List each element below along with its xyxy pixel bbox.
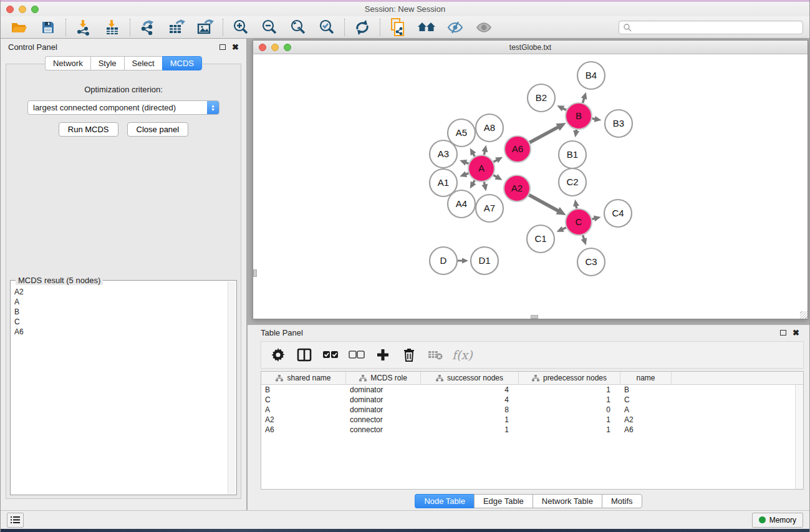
mcds-result-item[interactable]: B [13, 307, 226, 317]
run-mcds-button[interactable]: Run MCDS [59, 122, 118, 137]
zoom-in-button[interactable] [228, 17, 253, 37]
edge-arrowhead [481, 184, 488, 191]
network-canvas[interactable]: AA1A2A3A4A5A6A7A8BB1B2B3B4CC1C2C3C4DD1 [253, 54, 808, 319]
mcds-result-item[interactable]: A [13, 297, 226, 307]
import-table-button[interactable] [100, 17, 125, 37]
tab-network[interactable]: Network [45, 56, 90, 70]
show-task-history-button[interactable] [7, 513, 24, 528]
mcds-result-item[interactable]: A6 [13, 327, 226, 337]
zoom-out-button[interactable] [257, 17, 282, 37]
table-cell[interactable]: 8 [421, 405, 519, 415]
table-cell[interactable]: dominator [346, 395, 421, 405]
hide-panel-button[interactable] [443, 17, 468, 37]
table-row[interactable]: Cdominator41C [261, 395, 803, 405]
mcds-tab-content: Optimization criterion: largest connecte… [6, 64, 241, 499]
table-cell[interactable]: dominator [346, 405, 421, 415]
table-cell[interactable]: A6 [261, 425, 346, 435]
column-header-predecessor-nodes[interactable]: predecessor nodes [519, 372, 620, 384]
zoom-fit-button[interactable] [286, 17, 311, 37]
memory-button[interactable]: Memory [752, 513, 803, 528]
float-table-panel-icon[interactable] [780, 330, 786, 336]
tab-edge-table[interactable]: Edge Table [474, 494, 533, 508]
table-cell[interactable]: 1 [519, 415, 620, 425]
graph-edge-A2-C[interactable] [529, 195, 559, 211]
import-network-button[interactable] [71, 17, 96, 37]
tab-network-table[interactable]: Network Table [533, 494, 602, 508]
criterion-dropdown[interactable]: largest connected component (directed) ▲… [27, 100, 219, 115]
zoom-out-icon [261, 19, 277, 36]
export-table-button[interactable] [164, 17, 189, 37]
table-cell[interactable]: connector [346, 415, 421, 425]
tab-motifs[interactable]: Motifs [602, 494, 642, 508]
table-cell[interactable]: B [261, 385, 346, 395]
save-session-button[interactable] [36, 17, 60, 37]
table-scrollbar[interactable] [795, 385, 803, 489]
table-cell[interactable]: C [620, 395, 672, 405]
network-window-titlebar[interactable]: testGlobe.txt [253, 41, 808, 54]
table-cell[interactable]: 1 [421, 415, 519, 425]
delete-column-button[interactable] [398, 344, 420, 365]
table-row[interactable]: Adominator80A [261, 405, 803, 415]
table-cell[interactable]: A [620, 405, 672, 415]
column-header-successor-nodes[interactable]: successor nodes [421, 372, 519, 384]
export-network-icon [139, 19, 157, 36]
mcds-result-scrollbar[interactable] [228, 281, 236, 494]
window-resize-grip[interactable] [800, 311, 808, 319]
close-window-button[interactable] [6, 6, 14, 13]
table-cell[interactable]: 0 [519, 405, 620, 415]
table-cell[interactable]: dominator [346, 385, 421, 395]
search-input[interactable] [632, 23, 799, 32]
close-panel-icon[interactable]: ✖ [232, 43, 239, 51]
table-cell[interactable]: B [620, 385, 672, 395]
delete-table-button[interactable] [425, 344, 446, 365]
add-column-button[interactable] [372, 344, 393, 365]
edge-arrowhead [573, 130, 579, 138]
table-cell[interactable]: 1 [421, 425, 519, 435]
function-builder-button[interactable]: f(x) [452, 348, 473, 362]
export-image-button[interactable] [193, 17, 218, 37]
zoom-window-button[interactable] [31, 6, 39, 13]
table-cell[interactable]: 4 [421, 395, 519, 405]
table-cell[interactable]: 1 [519, 385, 620, 395]
column-header-mcds-role[interactable]: MCDS role [346, 372, 421, 384]
mcds-result-item[interactable]: A2 [13, 287, 226, 297]
table-row[interactable]: A2connector11A2 [261, 415, 803, 425]
zoom-selected-button[interactable] [314, 17, 339, 37]
table-settings-button[interactable] [268, 344, 289, 365]
column-header-name[interactable]: name [620, 372, 672, 384]
table-cell[interactable]: 1 [519, 395, 620, 405]
tab-mcds[interactable]: MCDS [162, 56, 202, 70]
table-cell[interactable]: 4 [421, 385, 519, 395]
close-panel-button[interactable]: Close panel [127, 122, 189, 137]
table-cell[interactable]: A [261, 405, 346, 415]
column-header-shared-name[interactable]: shared name [261, 372, 346, 384]
float-panel-icon[interactable] [219, 44, 226, 50]
tab-select[interactable]: Select [124, 56, 162, 70]
home-networks-button[interactable] [414, 17, 439, 37]
table-row[interactable]: A6connector11A6 [261, 425, 803, 435]
tab-style[interactable]: Style [90, 56, 124, 70]
refresh-button[interactable] [350, 17, 375, 37]
network-hscroll-thumb[interactable] [531, 315, 538, 319]
graph-edge-A6-B[interactable] [529, 127, 559, 142]
table-cell[interactable]: A6 [620, 425, 672, 435]
split-view-button[interactable] [294, 344, 315, 365]
deselect-all-button[interactable] [346, 344, 367, 365]
mcds-result-item[interactable]: C [13, 317, 226, 327]
table-cell[interactable]: 1 [519, 425, 620, 435]
network-vscroll-thumb[interactable] [253, 269, 257, 277]
table-cell[interactable]: A2 [620, 415, 672, 425]
table-row[interactable]: Bdominator41B [261, 385, 803, 395]
table-cell[interactable]: connector [346, 425, 421, 435]
select-all-button[interactable] [320, 344, 341, 365]
open-file-button[interactable] [7, 17, 32, 37]
minimize-window-button[interactable] [19, 6, 26, 13]
search-field[interactable] [619, 21, 803, 34]
table-cell[interactable]: A2 [261, 415, 346, 425]
network-document-button[interactable] [385, 17, 410, 37]
show-panel-button[interactable] [471, 17, 496, 37]
export-network-button[interactable] [135, 17, 160, 37]
close-table-panel-icon[interactable]: ✖ [793, 329, 799, 337]
table-cell[interactable]: C [261, 395, 346, 405]
tab-node-table[interactable]: Node Table [415, 494, 474, 508]
